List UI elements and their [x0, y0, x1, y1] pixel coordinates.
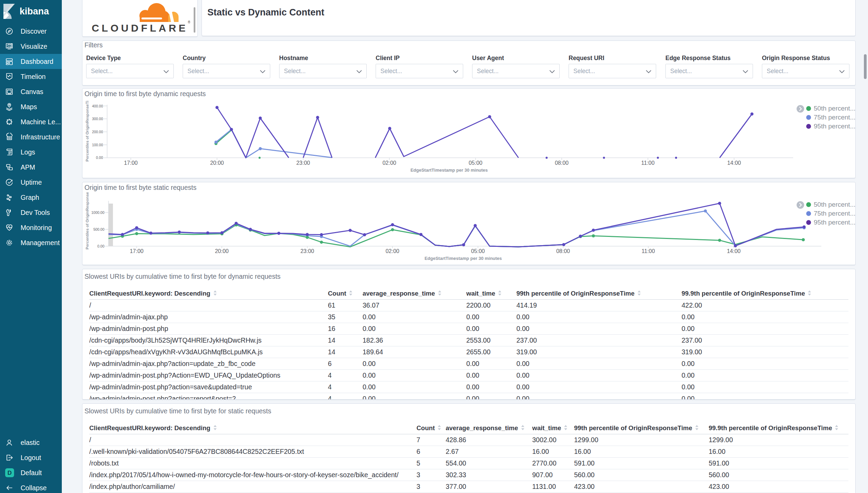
svg-text:23:00: 23:00	[300, 248, 314, 254]
svg-text:17:00: 17:00	[130, 248, 144, 254]
svg-text:Percentiles of OriginResponseT: Percentiles of OriginResponseTi	[85, 101, 89, 161]
svg-text:0.00: 0.00	[96, 156, 103, 160]
svg-text:11:00: 11:00	[641, 160, 655, 166]
svg-text:20:00: 20:00	[210, 160, 224, 166]
svg-text:20:00: 20:00	[215, 248, 229, 254]
svg-text:®: ®	[188, 20, 190, 24]
svg-text:08:00: 08:00	[556, 248, 570, 254]
svg-text:100.00: 100.00	[92, 143, 103, 147]
svg-text:02:00: 02:00	[382, 160, 396, 166]
svg-text:EdgeStartTimestamp per 30 minu: EdgeStartTimestamp per 30 minutes	[410, 168, 488, 173]
svg-text:14:00: 14:00	[727, 248, 741, 254]
svg-text:17:00: 17:00	[124, 160, 138, 166]
svg-text:23:00: 23:00	[296, 160, 310, 166]
svg-text:05:00: 05:00	[469, 160, 482, 166]
svg-text:400.00: 400.00	[92, 104, 103, 108]
svg-text:1000.00: 1000.00	[91, 210, 104, 215]
svg-text:CLOUDFLARE: CLOUDFLARE	[92, 22, 188, 34]
svg-text:D: D	[8, 470, 12, 476]
svg-text:11:00: 11:00	[642, 248, 655, 254]
svg-text:0.00: 0.00	[98, 244, 105, 248]
svg-text:Percentiles of OriginResponse: Percentiles of OriginResponse	[85, 192, 89, 249]
svg-text:08:00: 08:00	[555, 160, 569, 166]
svg-text:500.00: 500.00	[93, 227, 104, 231]
svg-text:EdgeStartTimestamp per 30 minu: EdgeStartTimestamp per 30 minutes	[424, 256, 502, 261]
svg-text:200.00: 200.00	[92, 130, 103, 134]
svg-text:05:00: 05:00	[471, 248, 485, 254]
svg-text:02:00: 02:00	[386, 248, 399, 254]
svg-text:300.00: 300.00	[92, 117, 103, 121]
svg-text:14:00: 14:00	[727, 160, 741, 166]
